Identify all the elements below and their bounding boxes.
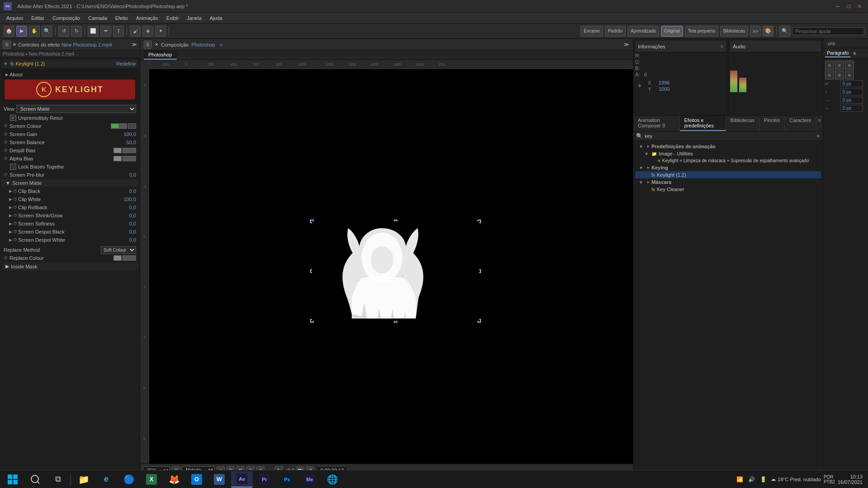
- screen-colour-swatch[interactable]: [111, 123, 119, 129]
- screen-matte-section[interactable]: ▼ Screen Matte: [2, 179, 138, 187]
- tela-pequena-btn[interactable]: Tela pequena: [685, 26, 718, 37]
- menu-camada[interactable]: Camada: [85, 14, 111, 22]
- comp-menu-btn[interactable]: ☰: [144, 41, 152, 49]
- clip-rollback-stopwatch[interactable]: ⏱: [13, 205, 17, 210]
- edge-button[interactable]: e: [95, 471, 117, 488]
- taskbar-search[interactable]: [24, 471, 46, 488]
- tab-efeitos[interactable]: Efeitos e predefinições: [680, 116, 726, 131]
- replace-colour-stopwatch[interactable]: ⏱: [4, 256, 8, 260]
- clip-rollback-arrow[interactable]: ▶: [9, 205, 12, 210]
- shrink-arrow[interactable]: ▶: [9, 213, 12, 218]
- minimize-button[interactable]: ─: [833, 2, 843, 10]
- menu-composicao[interactable]: Composição: [49, 14, 84, 22]
- menu-editar[interactable]: Editar: [28, 14, 48, 22]
- menu-janela[interactable]: Janela: [183, 14, 205, 22]
- shrink-value[interactable]: 0,0: [118, 213, 136, 218]
- padrao-btn[interactable]: Padrão: [605, 26, 626, 37]
- softness-arrow[interactable]: ▶: [9, 221, 12, 226]
- view-select[interactable]: Screen Matte Final Result Source: [16, 105, 136, 113]
- menu-animacao[interactable]: Animação: [132, 14, 162, 22]
- align-right[interactable]: ≡: [845, 61, 854, 70]
- despill-swatch1[interactable]: [113, 148, 122, 153]
- param-val3[interactable]: 0 px: [840, 97, 863, 103]
- tree-item-image-utilities[interactable]: ▼ 📁 Image - Utilities: [635, 150, 821, 157]
- param-indent-value[interactable]: 0 px: [840, 80, 863, 87]
- screen-colour-picker[interactable]: [119, 123, 127, 129]
- excel-button[interactable]: X: [141, 471, 162, 488]
- rotate-back[interactable]: ↺: [58, 26, 69, 37]
- encaixe-btn[interactable]: Encaixe: [580, 26, 603, 37]
- inside-mask-section[interactable]: ▶ Inside Mask: [2, 263, 138, 270]
- effects-tab-menu[interactable]: ≡: [816, 116, 823, 131]
- tree-item-keying[interactable]: ▼ ✦ Keying: [635, 164, 821, 171]
- screen-balance-value[interactable]: 50,0: [118, 140, 136, 145]
- weather-display[interactable]: ☁ 18°C Pred. nublado: [771, 476, 821, 482]
- photoshop-button[interactable]: Ps: [276, 471, 298, 488]
- despot-white-value[interactable]: 0,0: [118, 237, 136, 243]
- mask-tool[interactable]: ⬜: [88, 26, 99, 37]
- menu-efeito[interactable]: Efeito: [112, 14, 132, 22]
- replace-swatch1[interactable]: [113, 255, 122, 261]
- clip-black-value[interactable]: 0,0: [118, 188, 136, 194]
- pre-blur-value[interactable]: 0,0: [118, 172, 136, 178]
- maximize-button[interactable]: □: [844, 2, 854, 10]
- align-left[interactable]: ≡: [825, 61, 834, 70]
- zoom-tool[interactable]: 🔍: [42, 26, 52, 37]
- file-explorer-button[interactable]: 📁: [73, 471, 94, 488]
- softness-stopwatch[interactable]: ⏱: [13, 221, 17, 226]
- unpremult-checkbox[interactable]: [10, 115, 16, 121]
- tray-volume[interactable]: 🔊: [747, 475, 756, 484]
- effects-search-input[interactable]: [645, 133, 814, 139]
- justify-all[interactable]: ≡: [845, 70, 854, 80]
- tab-pinceis[interactable]: Pincéis: [760, 116, 785, 131]
- tab-caractere[interactable]: Caractere: [785, 116, 816, 131]
- clone-tool[interactable]: ◈: [142, 26, 153, 37]
- clip-white-value[interactable]: 100,0: [118, 197, 136, 202]
- outlook-button[interactable]: O: [186, 471, 208, 488]
- panel-close-btn[interactable]: ✕: [13, 42, 16, 47]
- paragrafo-tab[interactable]: Parágrafo: [825, 49, 850, 57]
- tree-item-predefinicoes[interactable]: ▼ ✦ Predefinições de animação: [635, 143, 821, 150]
- screen-colour-eyedropper[interactable]: [128, 123, 136, 129]
- softness-value[interactable]: 0,0: [118, 221, 136, 226]
- despill-swatch2[interactable]: [123, 148, 136, 153]
- firefox-button[interactable]: 🦊: [163, 471, 185, 488]
- alpha-swatch1[interactable]: [113, 156, 122, 161]
- pen-tool[interactable]: ✒: [100, 26, 111, 37]
- tree-item-keylight-preset[interactable]: ▶ ≡ Keylight + Limpeza de máscara + Supr…: [635, 157, 821, 164]
- align-menu[interactable]: ≡: [853, 51, 856, 56]
- search-help[interactable]: 🔍: [779, 26, 790, 37]
- replace-swatch2[interactable]: [123, 255, 136, 261]
- search-help-input[interactable]: [792, 27, 864, 35]
- text-tool[interactable]: T: [113, 26, 124, 37]
- original-btn[interactable]: Original: [661, 26, 683, 37]
- rotate-fwd[interactable]: ↻: [71, 26, 82, 37]
- clock-display[interactable]: 10:13 16/07/2021: [838, 474, 863, 485]
- close-button[interactable]: ✕: [854, 2, 864, 10]
- alpha-swatch2[interactable]: [123, 156, 136, 161]
- justify-center[interactable]: ≡: [835, 70, 844, 80]
- chrome-button[interactable]: 🔵: [118, 471, 140, 488]
- comp-tab-photoshop[interactable]: Photoshop: [144, 51, 177, 60]
- lock-biases-checkbox[interactable]: [10, 164, 16, 170]
- media-encoder-button[interactable]: Me: [299, 471, 321, 488]
- info-menu[interactable]: ≡: [721, 44, 723, 49]
- clip-rollback-value[interactable]: 0,0: [118, 205, 136, 210]
- pre-blur-stopwatch[interactable]: ⏱: [4, 173, 8, 177]
- panel-menu-btn[interactable]: ☰: [3, 41, 11, 49]
- word-button[interactable]: W: [208, 471, 230, 488]
- panel-expand[interactable]: ≫: [132, 42, 137, 47]
- clip-white-arrow[interactable]: ▶: [9, 197, 12, 202]
- screen-colour-stopwatch[interactable]: ⏱: [4, 124, 8, 128]
- tray-battery[interactable]: 🔋: [759, 475, 768, 484]
- despill-stopwatch[interactable]: ⏱: [4, 148, 8, 153]
- home-tool[interactable]: 🏠: [4, 26, 14, 37]
- justify-left[interactable]: ≡: [825, 70, 834, 80]
- screen-gain-stopwatch[interactable]: ⏱: [4, 132, 8, 136]
- hand-tool[interactable]: ✋: [29, 26, 40, 37]
- brush-tool[interactable]: 🖌: [130, 26, 141, 37]
- param-space-value[interactable]: 0 px: [840, 89, 863, 95]
- despot-black-value[interactable]: 0,0: [118, 229, 136, 235]
- start-button[interactable]: [2, 471, 24, 488]
- effect-expand-arrow[interactable]: ▼: [4, 61, 8, 66]
